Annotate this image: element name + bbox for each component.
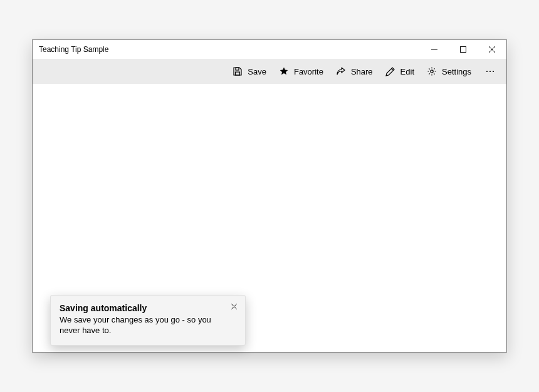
minimize-button[interactable] <box>420 40 449 59</box>
content-area: Saving automatically We save your change… <box>33 84 506 352</box>
svg-point-7 <box>431 70 433 73</box>
svg-rect-4 <box>236 68 239 70</box>
teaching-tip-body: We save your changes as you go - so you … <box>60 314 236 336</box>
gear-icon <box>427 66 437 76</box>
svg-point-8 <box>486 71 488 72</box>
favorite-button[interactable]: Favorite <box>273 60 330 83</box>
more-icon <box>485 66 495 76</box>
save-button[interactable]: Save <box>226 60 273 83</box>
edit-icon <box>385 66 395 76</box>
settings-label: Settings <box>442 67 471 76</box>
svg-point-10 <box>493 71 494 72</box>
save-label: Save <box>248 67 266 76</box>
share-icon <box>336 66 346 76</box>
svg-rect-1 <box>461 47 466 53</box>
window-controls <box>420 40 506 59</box>
svg-point-9 <box>489 71 491 72</box>
close-button[interactable] <box>478 40 506 59</box>
star-icon <box>279 66 289 76</box>
share-label: Share <box>351 67 373 76</box>
edit-label: Edit <box>400 67 414 76</box>
edit-button[interactable]: Edit <box>379 60 421 83</box>
favorite-label: Favorite <box>294 67 323 76</box>
app-window: Teaching Tip Sample Save <box>32 39 507 353</box>
teaching-tip-close-button[interactable] <box>228 301 240 313</box>
svg-line-6 <box>391 69 393 71</box>
teaching-tip: Saving automatically We save your change… <box>50 295 246 346</box>
settings-button[interactable]: Settings <box>421 60 478 83</box>
close-icon <box>231 304 237 309</box>
maximize-icon <box>460 46 466 53</box>
maximize-button[interactable] <box>449 40 478 59</box>
close-icon <box>489 46 495 53</box>
minimize-icon <box>431 46 437 53</box>
command-bar: Save Favorite Share Edit <box>33 59 506 84</box>
share-button[interactable]: Share <box>330 60 379 83</box>
more-button[interactable] <box>478 60 503 83</box>
window-title: Teaching Tip Sample <box>39 45 108 54</box>
svg-rect-5 <box>236 72 240 75</box>
teaching-tip-title: Saving automatically <box>60 303 236 313</box>
titlebar: Teaching Tip Sample <box>33 40 506 59</box>
save-icon <box>233 66 243 76</box>
